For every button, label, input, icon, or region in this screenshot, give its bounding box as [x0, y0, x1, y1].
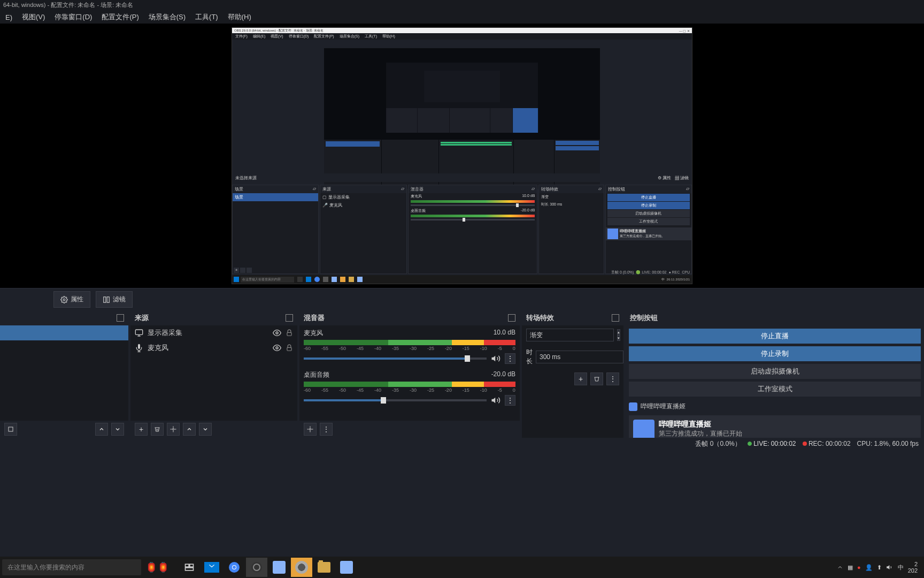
mail-icon	[207, 564, 217, 571]
svg-rect-10	[287, 347, 291, 351]
ime-indicator[interactable]: 中	[898, 564, 904, 572]
volume-slider[interactable]	[304, 358, 487, 360]
app-4[interactable]	[268, 558, 290, 577]
explorer-app[interactable]	[313, 558, 335, 577]
volume-slider[interactable]	[304, 399, 487, 401]
popout-icon[interactable]	[117, 314, 124, 322]
mixer-settings-button[interactable]	[304, 423, 317, 436]
speaker-icon[interactable]	[491, 396, 500, 405]
speaker-icon[interactable]	[886, 564, 894, 571]
chevron-down-icon	[114, 426, 121, 432]
duration-label: 时长	[526, 348, 533, 366]
filter-icon	[103, 296, 110, 303]
scenes-panel: 场景	[0, 310, 128, 438]
tray-icon[interactable]: ▦	[848, 564, 853, 571]
transitions-body: ▴▾ 时长 ▴▾ + ⋮	[522, 325, 623, 438]
menu-bar: E) 视图(V) 停靠窗口(D) 配置文件(P) 场景集合(S) 工具(T) 帮…	[0, 11, 924, 24]
popout-icon[interactable]	[612, 314, 619, 322]
remove-transition-button[interactable]	[590, 372, 603, 385]
popout-icon[interactable]	[508, 314, 515, 322]
popout-icon[interactable]	[286, 314, 293, 322]
filters-button[interactable]: 滤镜	[96, 291, 133, 308]
menu-file[interactable]: E)	[5, 13, 12, 21]
app-7[interactable]	[336, 558, 357, 577]
move-up-button[interactable]	[95, 423, 108, 436]
taskbar-search[interactable]: 在这里输入你要搜索的内容	[2, 559, 141, 575]
transition-select[interactable]	[526, 329, 614, 341]
tray-icon[interactable]: 👤	[865, 564, 873, 571]
mixer-menu-button[interactable]: ⋮	[320, 423, 333, 436]
app-icon	[340, 561, 353, 574]
eye-icon[interactable]	[273, 329, 281, 337]
app-5[interactable]	[291, 558, 312, 577]
nested-panels: 场景▱ 场景 + 来源▱ ▢ 显示器采集 🎤 麦克风 混音器▱ 麦克风10.0 …	[232, 185, 692, 274]
svg-point-7	[276, 332, 278, 334]
chrome-app[interactable]	[224, 558, 245, 577]
chevron-up-icon[interactable]	[837, 564, 843, 571]
channel-menu-button[interactable]: ⋮	[505, 353, 515, 364]
mail-app[interactable]	[201, 558, 222, 577]
move-up-button[interactable]	[183, 423, 196, 436]
svg-rect-3	[9, 427, 13, 431]
docks-row: 场景 来源 显示器采集 麦	[0, 310, 924, 438]
menu-docks[interactable]: 停靠窗口(D)	[55, 12, 92, 22]
nested-window-title: OBS 29.0.0 (64-bit, windows) - 配置文件: 未命名…	[232, 28, 692, 33]
move-down-button[interactable]	[199, 423, 212, 436]
remove-source-button[interactable]	[151, 423, 164, 436]
scene-item[interactable]	[0, 325, 128, 340]
tray-icon[interactable]: ⬆	[877, 564, 882, 571]
svg-rect-17	[186, 568, 194, 571]
obs-app[interactable]	[246, 558, 267, 577]
gear-icon	[307, 426, 313, 432]
scene-filter-button[interactable]	[4, 423, 17, 436]
sources-list[interactable]: 显示器采集 麦克风	[130, 325, 297, 421]
stop-stream-button[interactable]: 停止直播	[629, 329, 921, 344]
svg-point-11	[173, 429, 174, 430]
notification-toast[interactable]: 哔哩哔哩直播姬 第三方推流成功，直播已开始	[629, 415, 921, 438]
preview-area[interactable]: OBS 29.0.0 (64-bit, windows) - 配置文件: 未命名…	[0, 24, 924, 288]
add-transition-button[interactable]: +	[574, 372, 587, 385]
menu-scene-collection[interactable]: 场景集合(S)	[149, 12, 186, 22]
sources-footer: +	[130, 421, 297, 438]
nested-mixer: 混音器▱ 麦克风10.0 dB 桌面音频-20.0 dB	[408, 185, 538, 274]
transition-menu-button[interactable]: ⋮	[606, 372, 619, 385]
source-settings-button[interactable]	[167, 423, 180, 436]
scenes-list[interactable]	[0, 325, 128, 421]
mixer-body: 麦克风10.0 dB -60-55-50-45-40-35-30-25-20-1…	[299, 325, 520, 421]
live-status: LIVE: 00:00:02	[748, 440, 796, 447]
channel-menu-button[interactable]: ⋮	[505, 395, 515, 406]
svg-point-9	[276, 347, 278, 349]
stop-record-button[interactable]: 停止录制	[629, 346, 921, 361]
window-title: 64-bit, windows) - 配置文件: 未命名 - 场景: 未命名	[3, 1, 133, 10]
dropped-frames: 丢帧 0（0.0%）	[695, 439, 741, 448]
lock-icon[interactable]	[286, 344, 293, 352]
task-view-button[interactable]	[179, 558, 200, 577]
rec-dot-icon	[803, 442, 807, 446]
add-source-button[interactable]: +	[135, 423, 148, 436]
taskbar-clock[interactable]: 2 202	[908, 561, 918, 574]
windows-taskbar: 在这里输入你要搜索的内容 🏮🏮 ▦ ● 👤 ⬆ 中 2 202	[0, 557, 924, 578]
gear-icon	[170, 426, 176, 432]
status-bar: 丢帧 0（0.0%） LIVE: 00:00:02 REC: 00:00:02 …	[0, 438, 924, 450]
virtual-cam-button[interactable]: 启动虚拟摄像机	[629, 364, 921, 379]
source-item-display[interactable]: 显示器采集	[130, 325, 297, 340]
studio-mode-button[interactable]: 工作室模式	[629, 382, 921, 397]
duration-input[interactable]	[536, 351, 623, 363]
speaker-icon[interactable]	[491, 354, 500, 363]
mixer-footer: ⋮	[299, 421, 520, 438]
menu-help[interactable]: 帮助(H)	[228, 12, 251, 22]
taskbar-widget[interactable]: 🏮🏮	[141, 561, 173, 573]
svg-rect-1	[104, 296, 106, 302]
transition-dropdown[interactable]: ▴▾	[617, 329, 620, 341]
menu-view[interactable]: 视图(V)	[22, 12, 45, 22]
source-item-mic[interactable]: 麦克风	[130, 340, 297, 355]
properties-button[interactable]: 属性	[53, 291, 90, 308]
tray-icon[interactable]: ●	[857, 564, 861, 571]
menu-profile[interactable]: 配置文件(P)	[102, 12, 138, 22]
eye-icon[interactable]	[273, 344, 281, 352]
lock-icon[interactable]	[286, 329, 293, 337]
menu-tools[interactable]: 工具(T)	[195, 12, 218, 22]
trash-icon	[154, 426, 160, 432]
move-down-button[interactable]	[111, 423, 124, 436]
transitions-panel: 转场特效 ▴▾ 时长 ▴▾ + ⋮	[522, 310, 623, 438]
